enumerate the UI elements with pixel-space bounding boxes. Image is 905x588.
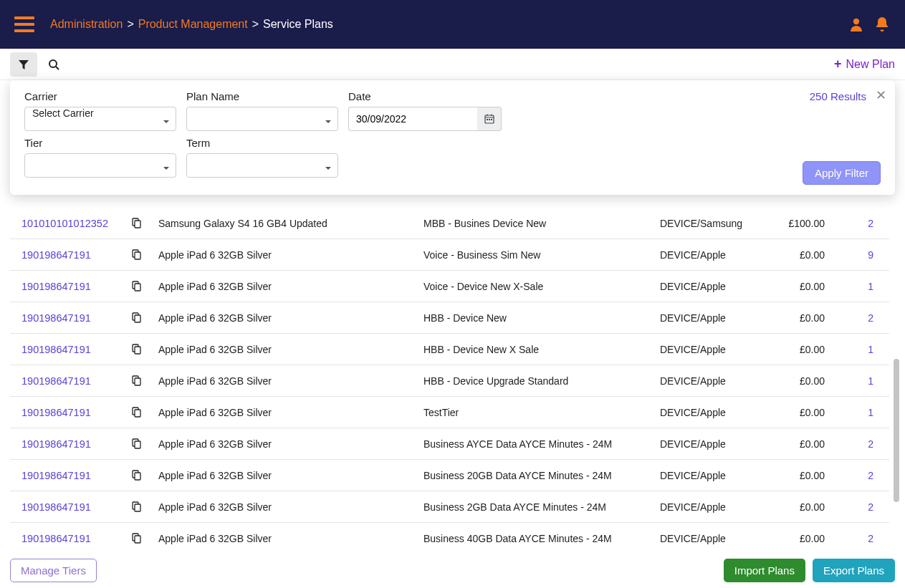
breadcrumb-link-product-management[interactable]: Product Management (138, 18, 248, 31)
date-label: Date (348, 90, 504, 102)
table-row: 190198647191Apple iPad 6 32GB SilverVoic… (10, 271, 889, 302)
copy-icon (131, 218, 142, 228)
plan-id-link[interactable]: 190198647191 (10, 312, 121, 324)
plan-count-link[interactable]: 1 (825, 375, 889, 387)
plan-count-link[interactable]: 2 (825, 533, 889, 544)
copy-icon (131, 344, 142, 355)
copy-button[interactable] (121, 218, 151, 228)
plus-icon: + (834, 57, 842, 72)
copy-button[interactable] (121, 470, 151, 481)
plan-id-link[interactable]: 190198647191 (10, 375, 121, 387)
plan-category: DEVICE/Apple (660, 438, 775, 450)
results-count[interactable]: 250 Results (810, 90, 866, 102)
plan-id-link[interactable]: 190198647191 (10, 407, 121, 418)
plan-count-link[interactable]: 1 (825, 281, 889, 292)
plan-id-link[interactable]: 190198647191 (10, 501, 121, 513)
plan-id-link[interactable]: 190198647191 (10, 470, 121, 481)
carrier-select[interactable]: Select Carrier (24, 107, 176, 131)
scrollbar-thumb[interactable] (894, 359, 899, 502)
close-icon[interactable]: ✕ (876, 87, 886, 103)
calendar-button[interactable] (477, 107, 502, 131)
svg-rect-9 (491, 119, 492, 120)
tier-select[interactable] (24, 153, 176, 178)
plan-id-link[interactable]: 190198647191 (10, 249, 121, 261)
plan-tier: Business 20GB Data AYCE Minutes - 24M (423, 470, 660, 481)
plan-category: DEVICE/Apple (660, 312, 775, 324)
svg-rect-21 (135, 378, 140, 385)
filter-toggle-button[interactable] (10, 52, 37, 77)
copy-button[interactable] (121, 312, 151, 323)
plan-id-link[interactable]: 190198647191 (10, 533, 121, 544)
apply-filter-button[interactable]: Apply Filter (803, 161, 881, 185)
plan-count-link[interactable]: 9 (825, 249, 889, 261)
copy-button[interactable] (121, 407, 151, 418)
plan-price: £0.00 (775, 249, 825, 261)
plan-id-link[interactable]: 190198647191 (10, 281, 121, 292)
plan-tier: Voice - Device New X-Sale (423, 281, 660, 292)
plan-name: Apple iPad 6 32GB Silver (151, 249, 423, 261)
plan-name-select[interactable] (186, 107, 338, 131)
svg-point-1 (49, 60, 57, 67)
plan-count-link[interactable]: 1 (825, 344, 889, 355)
plan-count-link[interactable]: 2 (825, 438, 889, 450)
plan-name: Samsung Galaxy S4 16 GB4 Updated (151, 218, 423, 229)
plan-name: Apple iPad 6 32GB Silver (151, 501, 423, 513)
new-plan-button[interactable]: + New Plan (834, 57, 895, 72)
plan-count-link[interactable]: 2 (825, 218, 889, 229)
table-row: 190198647191Apple iPad 6 32GB SilverHBB … (10, 365, 889, 397)
hamburger-menu-icon[interactable] (14, 16, 34, 32)
plan-price: £0.00 (775, 501, 825, 513)
table-row: 190198647191Apple iPad 6 32GB SilverBusi… (10, 523, 889, 552)
copy-icon (131, 312, 142, 323)
plan-price: £0.00 (775, 533, 825, 544)
top-navbar: Administration > Product Management > Se… (0, 0, 905, 49)
search-toggle-button[interactable] (40, 52, 67, 77)
plan-category: DEVICE/Apple (660, 407, 775, 418)
table-row: 190198647191Apple iPad 6 32GB SilverTest… (10, 397, 889, 428)
carrier-label: Carrier (24, 90, 176, 102)
plan-category: DEVICE/Apple (660, 533, 775, 544)
plan-name: Apple iPad 6 32GB Silver (151, 470, 423, 481)
scrollbar[interactable] (894, 208, 899, 544)
svg-rect-11 (135, 221, 140, 228)
plan-count-link[interactable]: 2 (825, 312, 889, 324)
plan-id-link[interactable]: 190198647191 (10, 438, 121, 450)
table-row: 190198647191Apple iPad 6 32GB SilverHBB … (10, 302, 889, 334)
plan-table: 101010101012352Samsung Galaxy S4 16 GB4 … (10, 208, 889, 552)
plan-count-link[interactable]: 1 (825, 407, 889, 418)
copy-button[interactable] (121, 533, 151, 544)
breadcrumb-link-administration[interactable]: Administration (50, 18, 123, 31)
date-input[interactable] (348, 107, 477, 131)
svg-line-2 (56, 67, 59, 69)
plan-price: £0.00 (775, 438, 825, 450)
plan-tier: Voice - Business Sim New (423, 249, 660, 261)
copy-button[interactable] (121, 501, 151, 512)
tier-label: Tier (24, 137, 176, 149)
plan-id-link[interactable]: 101010101012352 (10, 218, 121, 229)
copy-button[interactable] (121, 344, 151, 355)
svg-point-0 (853, 19, 859, 24)
plan-count-link[interactable]: 2 (825, 470, 889, 481)
plan-price: £0.00 (775, 407, 825, 418)
plan-name: Apple iPad 6 32GB Silver (151, 312, 423, 324)
manage-tiers-button[interactable]: Manage Tiers (10, 559, 97, 582)
svg-rect-15 (135, 284, 140, 291)
import-plans-button[interactable]: Import Plans (724, 559, 805, 582)
plan-price: £100.00 (775, 218, 825, 229)
table-row: 190198647191Apple iPad 6 32GB SilverBusi… (10, 428, 889, 460)
plan-tier: HBB - Device New X Sale (423, 344, 660, 355)
user-icon[interactable] (848, 16, 865, 33)
copy-button[interactable] (121, 438, 151, 449)
svg-rect-19 (135, 347, 140, 354)
bell-icon[interactable] (873, 16, 891, 33)
term-select[interactable] (186, 153, 338, 178)
svg-rect-29 (135, 504, 140, 511)
copy-icon (131, 281, 142, 291)
export-plans-button[interactable]: Export Plans (813, 559, 895, 582)
copy-button[interactable] (121, 281, 151, 291)
plan-count-link[interactable]: 2 (825, 501, 889, 513)
copy-button[interactable] (121, 249, 151, 260)
plan-name: Apple iPad 6 32GB Silver (151, 438, 423, 450)
copy-button[interactable] (121, 375, 151, 386)
plan-id-link[interactable]: 190198647191 (10, 344, 121, 355)
